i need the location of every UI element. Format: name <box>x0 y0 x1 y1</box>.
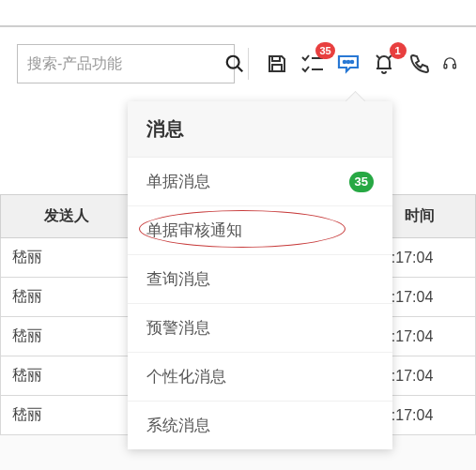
svg-line-1 <box>238 67 242 71</box>
tasks-button[interactable]: 35 <box>299 48 326 80</box>
svg-line-10 <box>376 55 380 59</box>
svg-point-7 <box>347 61 349 63</box>
search-button[interactable] <box>224 45 245 83</box>
phone-button[interactable] <box>407 48 433 80</box>
dropdown-item-label: 系统消息 <box>146 415 210 436</box>
dropdown-item-label: 查询消息 <box>146 268 210 290</box>
dropdown-item-label: 单据审核通知 <box>146 220 242 241</box>
chat-icon <box>336 53 361 75</box>
bell-badge: 1 <box>390 42 407 59</box>
dropdown-item-label: 预警消息 <box>146 317 210 339</box>
dropdown-item-label: 个性化消息 <box>146 366 226 387</box>
dropdown-item-alert-msg[interactable]: 预警消息 <box>128 304 392 353</box>
svg-rect-3 <box>272 65 282 71</box>
svg-point-6 <box>344 61 345 63</box>
dropdown-item-approval-notice[interactable]: 单据审核通知 <box>128 206 392 255</box>
search-icon <box>224 53 245 74</box>
svg-point-8 <box>351 61 353 63</box>
tasks-badge: 35 <box>315 42 334 59</box>
dropdown-item-document-msg[interactable]: 单据消息 35 <box>128 158 392 206</box>
window-chrome-bar <box>0 0 476 26</box>
col-sender-header: 发送人 <box>1 195 132 238</box>
messages-button[interactable] <box>335 48 361 80</box>
cell-sender: 嵇丽 <box>1 278 132 317</box>
dropdown-title: 消息 <box>128 101 392 158</box>
svg-rect-2 <box>272 56 280 61</box>
svg-rect-12 <box>453 65 455 68</box>
search-box <box>17 44 235 83</box>
dropdown-item-label: 单据消息 <box>146 171 210 192</box>
save-button[interactable] <box>264 48 290 80</box>
messages-dropdown: 消息 单据消息 35 单据审核通知 查询消息 预警消息 个性化消息 系统消息 <box>128 101 392 449</box>
toolbar-divider <box>248 48 249 80</box>
floppy-icon <box>266 53 288 75</box>
support-button[interactable] <box>442 48 457 80</box>
notifications-button[interactable]: 1 <box>371 48 397 80</box>
toolbar: 35 1 <box>0 27 476 100</box>
dropdown-item-system-msg[interactable]: 系统消息 <box>128 402 392 449</box>
cell-sender: 嵇丽 <box>1 396 132 435</box>
headset-icon <box>442 53 457 75</box>
cell-sender: 嵇丽 <box>1 356 132 396</box>
phone-icon <box>408 53 431 75</box>
dropdown-item-personalized-msg[interactable]: 个性化消息 <box>128 353 392 402</box>
dropdown-item-query-msg[interactable]: 查询消息 <box>128 255 392 304</box>
cell-sender: 嵇丽 <box>1 317 132 356</box>
dropdown-item-count: 35 <box>349 172 374 192</box>
svg-point-0 <box>227 56 239 68</box>
svg-rect-11 <box>444 65 447 68</box>
cell-sender: 嵇丽 <box>1 238 132 278</box>
search-input[interactable] <box>18 55 224 72</box>
